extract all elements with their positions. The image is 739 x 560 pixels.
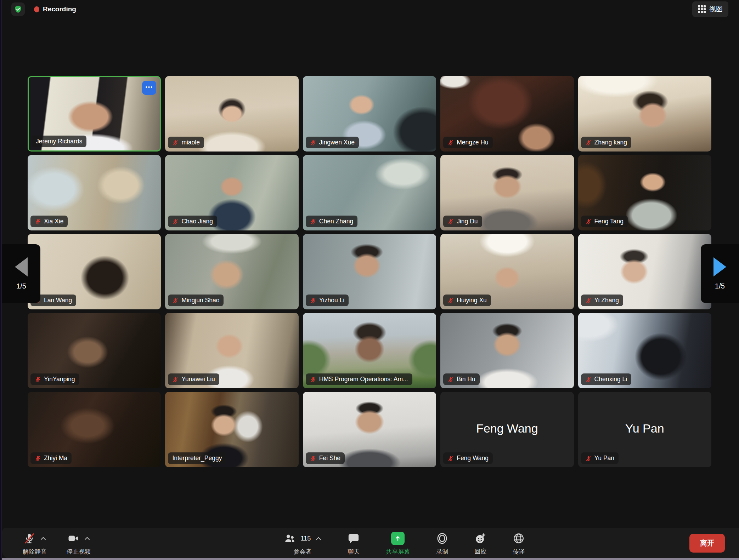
- participants-label: 参会者: [293, 548, 311, 556]
- participant-nametag: Feng Wang: [443, 452, 493, 464]
- arrow-left-icon: [15, 257, 28, 276]
- participant-name-center: Yu Pan: [578, 422, 711, 435]
- mic-muted-icon: [172, 139, 179, 146]
- participant-tile[interactable]: Yu Pan Yu Pan: [578, 392, 711, 467]
- participant-tile[interactable]: Feng Wang Feng Wang: [440, 392, 574, 467]
- mic-muted-icon: [310, 297, 316, 304]
- participant-tile[interactable]: Chenxing Li: [578, 313, 711, 388]
- window-edge: [0, 558, 739, 560]
- mic-muted-icon: [23, 532, 35, 544]
- mic-muted-icon: [310, 218, 316, 225]
- participant-nametag: Yunawei Liu: [168, 373, 219, 385]
- participant-tile[interactable]: Chao Jiang: [165, 155, 298, 230]
- record-label: 录制: [436, 548, 448, 556]
- reactions-label: 回应: [474, 548, 486, 556]
- record-icon: [436, 532, 448, 544]
- unmute-label: 解除静音: [23, 548, 47, 556]
- next-page-button[interactable]: 1/5: [701, 244, 739, 303]
- stop-video-button[interactable]: 停止视频: [67, 530, 91, 556]
- mic-muted-icon: [35, 455, 41, 462]
- participant-name: Chen Zhang: [319, 218, 353, 225]
- ellipsis-icon: •••: [146, 84, 153, 92]
- record-button[interactable]: 录制: [436, 530, 448, 556]
- mic-muted-icon: [172, 218, 179, 225]
- participant-name: Chenxing Li: [594, 376, 627, 383]
- chat-icon: [348, 532, 360, 544]
- share-screen-button[interactable]: 共享屏幕: [386, 530, 410, 556]
- interpretation-globe-icon: [513, 532, 525, 544]
- mic-muted-icon: [585, 455, 592, 462]
- participant-name: Feng Tang: [594, 218, 624, 225]
- chat-label: 聊天: [348, 548, 360, 556]
- participant-tile[interactable]: HMS Program Operations: Am...: [303, 313, 436, 388]
- mic-muted-icon: [447, 139, 454, 146]
- participant-tile[interactable]: Lan Wang: [28, 234, 161, 309]
- participant-tile[interactable]: Yi Zhang: [578, 234, 711, 309]
- participant-tile[interactable]: Yunawei Liu: [165, 313, 298, 388]
- participant-tile[interactable]: YinYanping: [28, 313, 161, 388]
- mic-muted-icon: [310, 455, 316, 462]
- participant-name: YinYanping: [44, 376, 75, 383]
- share-screen-icon: [391, 532, 405, 545]
- participant-tile[interactable]: ••• Jeremy Richards: [28, 76, 161, 152]
- participant-name: Xia Xie: [44, 218, 63, 225]
- mic-muted-icon: [310, 376, 316, 383]
- participant-name: Chao Jiang: [181, 218, 213, 225]
- participant-tile[interactable]: Huiying Xu: [440, 234, 574, 309]
- participant-nametag: Yu Pan: [581, 452, 619, 464]
- view-button[interactable]: 视图: [692, 1, 728, 17]
- chevron-up-icon[interactable]: [84, 537, 90, 540]
- participant-tile[interactable]: Bin Hu: [440, 313, 574, 388]
- interpretation-button[interactable]: 传译: [513, 530, 525, 556]
- participant-tile[interactable]: Xia Xie: [28, 155, 161, 230]
- participant-name: Mengze Hu: [457, 139, 489, 146]
- security-button[interactable]: [11, 2, 25, 16]
- participant-tile[interactable]: Mingjun Shao: [165, 234, 298, 309]
- participant-nametag: Fei She: [306, 452, 345, 464]
- participant-tile[interactable]: Feng Tang: [578, 155, 711, 230]
- participant-tile[interactable]: Fei She: [303, 392, 436, 467]
- record-dot-icon: [34, 6, 39, 12]
- mic-muted-icon: [585, 376, 592, 383]
- participant-tile[interactable]: Chen Zhang: [303, 155, 436, 230]
- participant-tile[interactable]: Yizhou Li: [303, 234, 436, 309]
- unmute-button[interactable]: 解除静音: [23, 530, 47, 556]
- participant-name: Jeremy Richards: [36, 138, 82, 145]
- participant-nametag: Zhang kang: [581, 137, 631, 148]
- participant-nametag: Zhiyi Ma: [30, 452, 72, 464]
- reactions-button[interactable]: 回应: [474, 530, 486, 556]
- page-indicator: 1/5: [715, 282, 725, 290]
- participant-tile[interactable]: Zhang kang: [578, 76, 711, 152]
- participant-nametag: Bin Hu: [443, 373, 480, 385]
- participant-name: Jingwen Xue: [319, 139, 355, 146]
- participant-nametag: Mengze Hu: [443, 137, 493, 148]
- participant-name: Zhang kang: [594, 139, 627, 146]
- participant-tile[interactable]: Interpreter_Peggy: [165, 392, 298, 467]
- participant-name: Mingjun Shao: [181, 297, 219, 304]
- participant-nametag: Chao Jiang: [168, 216, 217, 227]
- mic-muted-icon: [172, 297, 179, 304]
- participant-name: Bin Hu: [457, 376, 475, 383]
- mic-muted-icon: [447, 218, 454, 225]
- participant-tile[interactable]: Jingwen Xue: [303, 76, 436, 152]
- chevron-up-icon[interactable]: [40, 537, 46, 540]
- mic-muted-icon: [310, 139, 316, 146]
- participant-tile[interactable]: miaole: [165, 76, 298, 152]
- chevron-up-icon[interactable]: [316, 537, 321, 540]
- participants-button[interactable]: 115 参会者: [284, 530, 322, 556]
- arrow-right-icon: [713, 257, 726, 276]
- participant-nametag: Interpreter_Peggy: [168, 452, 226, 464]
- previous-page-button[interactable]: 1/5: [2, 244, 40, 303]
- more-options-button[interactable]: •••: [142, 81, 156, 95]
- participant-tile[interactable]: Zhiyi Ma: [28, 392, 161, 467]
- participant-tile[interactable]: Jing Du: [440, 155, 574, 230]
- leave-button[interactable]: 离开: [689, 534, 725, 553]
- participant-name: Yizhou Li: [319, 297, 344, 304]
- page-indicator: 1/5: [16, 282, 26, 290]
- top-bar: Recording 视图: [0, 0, 739, 18]
- meeting-toolbar: 解除静音 停止视频 115: [2, 528, 739, 558]
- participant-name: Huiying Xu: [457, 297, 487, 304]
- participant-name: Yunawei Liu: [181, 376, 215, 383]
- participant-tile[interactable]: Mengze Hu: [440, 76, 574, 152]
- chat-button[interactable]: 聊天: [348, 530, 360, 556]
